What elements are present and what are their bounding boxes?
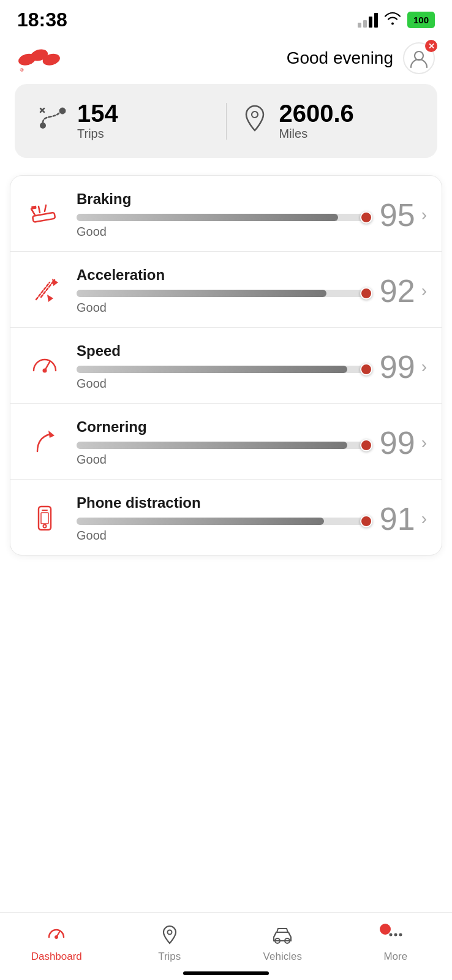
phone-label: Good <box>77 529 367 543</box>
phone-bar <box>77 518 367 525</box>
speed-dot <box>360 363 372 375</box>
speed-title: Speed <box>77 342 367 360</box>
status-bar: 18:38 100 <box>0 0 452 36</box>
svg-rect-14 <box>31 205 37 209</box>
cornering-label: Good <box>77 453 367 467</box>
braking-label: Good <box>77 225 367 239</box>
nav-item-more[interactable]: More <box>339 920 453 963</box>
svg-marker-18 <box>47 295 53 302</box>
wifi-icon <box>384 12 401 29</box>
svg-point-33 <box>399 933 402 937</box>
more-nav-icon <box>383 922 408 947</box>
score-row-cornering[interactable]: Cornering Good 99 › <box>10 404 442 480</box>
vehicles-nav-icon <box>270 922 295 947</box>
acceleration-value: 92 <box>380 275 415 307</box>
avatar[interactable]: ✕ <box>403 42 435 74</box>
vehicles-nav-label: Vehicles <box>263 951 302 963</box>
speed-value: 99 <box>380 351 415 383</box>
score-row-phone[interactable]: Phone distraction Good 91 › <box>10 480 442 555</box>
speed-bar <box>77 366 367 373</box>
header-right: Good evening ✕ <box>287 42 435 74</box>
svg-rect-10 <box>32 212 55 222</box>
cornering-chevron: › <box>421 433 427 453</box>
cornering-value: 99 <box>380 427 415 459</box>
nav-item-vehicles[interactable]: Vehicles <box>226 920 339 963</box>
cornering-icon <box>25 426 64 460</box>
svg-line-12 <box>39 206 40 213</box>
speed-middle: Speed Good <box>77 342 367 391</box>
acceleration-bar <box>77 290 367 297</box>
score-row-speed[interactable]: Speed Good 99 › <box>10 328 442 404</box>
signal-icon <box>358 13 378 28</box>
cornering-bar <box>77 442 367 449</box>
trips-stat: 154 Trips <box>37 101 214 141</box>
speed-score: 99 › <box>380 351 427 383</box>
miles-stat: 2600.6 Miles <box>239 101 416 141</box>
nav-item-trips[interactable]: Trips <box>113 920 227 963</box>
home-indicator <box>183 971 269 975</box>
dashboard-nav-icon <box>44 922 69 947</box>
trips-nav-label: Trips <box>158 951 181 963</box>
phone-value: 91 <box>380 503 415 535</box>
trips-value: 154 <box>77 101 118 126</box>
miles-text: 2600.6 Miles <box>279 101 354 141</box>
speed-fill <box>77 366 347 373</box>
miles-icon <box>239 102 271 140</box>
svg-line-11 <box>31 209 35 215</box>
braking-middle: Braking Good <box>77 190 367 239</box>
acceleration-icon <box>25 274 64 308</box>
acceleration-fill <box>77 290 326 297</box>
speed-label: Good <box>77 377 367 391</box>
phone-fill <box>77 518 324 525</box>
cornering-fill <box>77 442 347 449</box>
trips-nav-icon <box>157 922 182 947</box>
trips-icon <box>37 102 69 140</box>
stats-card: 154 Trips 2600.6 Miles <box>15 84 437 158</box>
cornering-score: 99 › <box>380 427 427 459</box>
speed-icon <box>25 350 64 384</box>
acceleration-chevron: › <box>421 281 427 301</box>
speed-chevron: › <box>421 357 427 377</box>
acceleration-dot <box>360 287 372 300</box>
svg-point-24 <box>43 524 47 527</box>
battery-icon: 100 <box>407 12 435 28</box>
svg-point-20 <box>43 368 47 372</box>
stat-divider <box>226 103 227 140</box>
avatar-badge: ✕ <box>425 40 437 52</box>
cornering-dot <box>360 439 372 451</box>
svg-point-6 <box>59 108 66 114</box>
acceleration-middle: Acceleration Good <box>77 266 367 315</box>
miles-value: 2600.6 <box>279 101 354 126</box>
svg-marker-21 <box>48 431 55 438</box>
miles-label: Miles <box>279 127 354 141</box>
bottom-nav: Dashboard Trips Vehicles <box>0 912 452 980</box>
svg-point-31 <box>389 933 392 937</box>
trips-text: 154 Trips <box>77 101 118 141</box>
braking-icon <box>25 198 64 232</box>
phone-icon <box>25 502 64 536</box>
svg-point-28 <box>167 930 171 935</box>
app-logo: ® <box>17 43 72 74</box>
score-row-braking[interactable]: Braking Good 95 › <box>10 176 442 252</box>
phone-title: Phone distraction <box>77 494 367 511</box>
greeting-text: Good evening <box>287 48 393 68</box>
braking-dot <box>360 211 372 224</box>
more-notification-dot <box>380 924 391 935</box>
header: ® Good evening ✕ <box>0 36 452 84</box>
phone-middle: Phone distraction Good <box>77 494 367 543</box>
svg-text:®: ® <box>20 67 24 73</box>
svg-point-9 <box>252 111 258 118</box>
nav-item-dashboard[interactable]: Dashboard <box>0 920 113 963</box>
svg-point-32 <box>394 933 397 937</box>
more-nav-label: More <box>383 951 407 963</box>
scores-card: Braking Good 95 › Acceleration <box>10 175 442 556</box>
braking-score: 95 › <box>380 199 427 231</box>
braking-bar <box>77 214 367 221</box>
phone-dot <box>360 515 372 527</box>
score-row-acceleration[interactable]: Acceleration Good 92 › <box>10 252 442 328</box>
svg-line-13 <box>45 205 46 211</box>
acceleration-title: Acceleration <box>77 266 367 284</box>
status-icons: 100 <box>358 12 435 29</box>
svg-point-5 <box>40 123 46 129</box>
phone-score: 91 › <box>380 503 427 535</box>
